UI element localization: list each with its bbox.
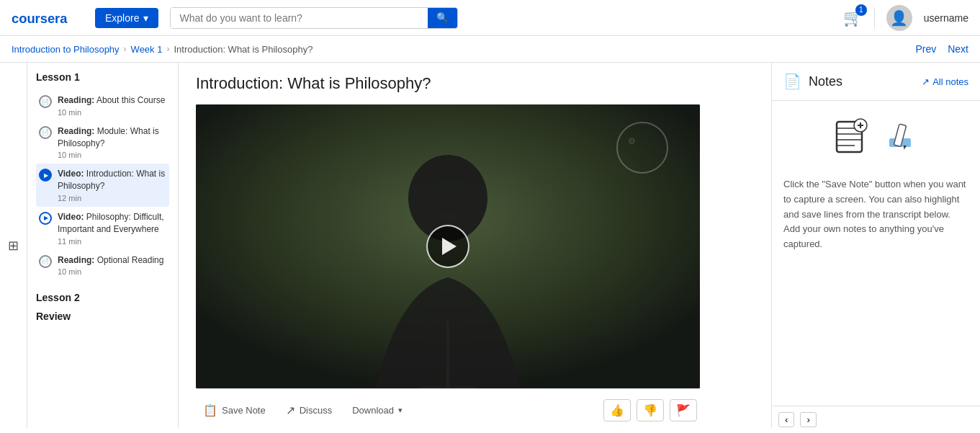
sidebar: Lesson 1 📄 Reading: About this Course 10…: [27, 63, 179, 428]
scroll-right-button[interactable]: ›: [800, 412, 816, 427]
svg-text:⚙: ⚙: [628, 136, 636, 146]
explore-button[interactable]: Explore ▾: [95, 8, 158, 28]
notes-body: Click the "Save Note" button when you wa…: [772, 101, 980, 269]
search-input[interactable]: [171, 8, 428, 28]
search-icon: 🔍: [436, 12, 449, 23]
item-duration-1: 10 min: [58, 108, 165, 117]
video-title: Introduction: What is Philosophy?: [196, 74, 754, 93]
discuss-icon: ↗: [286, 403, 295, 417]
notes-header: 📄 Notes ↗ All notes: [772, 63, 980, 101]
item-duration-4: 11 min: [58, 237, 166, 246]
next-button[interactable]: Next: [948, 43, 968, 55]
sidebar-content: Lesson 1 📄 Reading: About this Course 10…: [27, 63, 178, 338]
chevron-down-icon: ▾: [398, 406, 403, 415]
external-link-icon: ↗: [922, 76, 930, 87]
thumbs-up-icon: 👍: [610, 404, 624, 416]
video-icon-2: ▶: [39, 212, 52, 225]
sidebar-item-text-2: Reading: Module: What is Philosophy? 10 …: [58, 125, 166, 160]
download-button[interactable]: Download ▾: [348, 402, 407, 419]
notes-description: Click the "Save Note" button when you wa…: [783, 177, 968, 252]
avatar-icon: 👤: [890, 9, 908, 27]
coursera-logo-svg: coursera: [12, 8, 84, 28]
edit-icon-block: [884, 118, 920, 160]
sidebar-item-text-5: Reading: Optional Reading 10 min: [58, 254, 163, 277]
item-duration-3: 12 min: [58, 194, 166, 202]
review-label: Review: [36, 311, 169, 322]
discuss-label: Discuss: [300, 405, 333, 416]
save-note-icon: 📋: [203, 403, 217, 417]
discuss-button[interactable]: ↗ Discuss: [282, 401, 337, 420]
header-separator: [874, 7, 875, 29]
content-area: Introduction: What is Philosophy?: [179, 63, 771, 428]
svg-text:coursera: coursera: [12, 10, 68, 25]
all-notes-label: All notes: [932, 76, 968, 87]
breadcrumb-sep-1: ›: [124, 44, 127, 54]
sidebar-item-video-philosophy[interactable]: ▶ Video: Philosophy: Difficult, Importan…: [36, 207, 169, 250]
notes-icons: [783, 118, 968, 160]
chevron-down-icon: ▾: [143, 12, 148, 24]
notebook-plus-icon: [833, 118, 869, 158]
sidebar-item-text-1: Reading: About this Course 10 min: [58, 94, 165, 117]
sidebar-item-reading-about[interactable]: 📄 Reading: About this Course 10 min: [36, 90, 169, 121]
scroll-left-button[interactable]: ‹: [778, 412, 794, 427]
sidebar-item-text-3: Video: Introduction: What is Philosophy?…: [58, 168, 166, 202]
explore-label: Explore: [105, 12, 139, 24]
sidebar-item-text-4: Video: Philosophy: Difficult, Important …: [58, 211, 166, 246]
sidebar-toggle[interactable]: ⊞: [0, 63, 27, 428]
main-layout: ⊞ Lesson 1 📄 Reading: About this Course …: [0, 63, 980, 428]
thumbs-down-icon: 👎: [643, 404, 657, 416]
lesson1-header: Lesson 1: [36, 71, 169, 83]
sidebar-item-reading-optional[interactable]: 📄 Reading: Optional Reading 10 min: [36, 250, 169, 281]
flag-button[interactable]: 🚩: [670, 399, 697, 421]
all-notes-link[interactable]: ↗ All notes: [922, 76, 968, 87]
avatar[interactable]: 👤: [886, 5, 912, 31]
header: coursera Explore ▾ 🔍 🛒 1 👤 username: [0, 0, 980, 36]
download-label: Download: [352, 405, 394, 416]
flag-icon: 🚩: [676, 404, 691, 416]
sidebar-toggle-icon: ⊞: [8, 238, 19, 254]
save-note-label: Save Note: [222, 405, 266, 416]
thumbs-up-button[interactable]: 👍: [603, 399, 631, 421]
breadcrumb-current: Introduction: What is Philosophy?: [174, 44, 313, 55]
pencil-highlight-icon: [884, 118, 920, 158]
thumbs-down-button[interactable]: 👎: [637, 399, 664, 421]
header-right: 🛒 1 👤 username: [843, 5, 968, 31]
breadcrumb-sep-2: ›: [166, 44, 169, 54]
cart-button[interactable]: 🛒 1: [843, 9, 863, 27]
play-icon: [442, 238, 457, 255]
logo: coursera: [12, 8, 84, 28]
video-icon-active: ▶: [39, 169, 52, 182]
video-section: Introduction: What is Philosophy?: [179, 63, 771, 428]
cart-badge: 1: [855, 4, 867, 16]
breadcrumb: Introduction to Philosophy › Week 1 › In…: [0, 36, 980, 63]
reading-icon-3: 📄: [39, 255, 52, 268]
save-note-button[interactable]: 📋 Save Note: [199, 401, 270, 420]
reading-icon-1: 📄: [39, 95, 52, 108]
breadcrumb-navigation: Prev Next: [915, 43, 968, 55]
notes-scroll-controls: ‹ ›: [773, 406, 980, 428]
notes-title-group: 📄 Notes: [783, 73, 842, 90]
username-label: username: [924, 12, 968, 24]
notes-doc-icon: 📄: [783, 73, 801, 90]
breadcrumb-course-link[interactable]: Introduction to Philosophy: [12, 44, 120, 55]
breadcrumb-week-link[interactable]: Week 1: [131, 44, 163, 55]
reaction-buttons: 👍 👎 🚩: [603, 399, 697, 421]
search-button[interactable]: 🔍: [428, 8, 457, 28]
sidebar-item-reading-module[interactable]: 📄 Reading: Module: What is Philosophy? 1…: [36, 121, 169, 164]
notes-panel: 📄 Notes ↗ All notes: [771, 63, 980, 428]
prev-button[interactable]: Prev: [915, 43, 936, 55]
search-bar: 🔍: [170, 7, 458, 29]
save-note-icon-block: [833, 118, 869, 160]
sidebar-item-video-intro[interactable]: ▶ Video: Introduction: What is Philosoph…: [36, 164, 169, 207]
play-button[interactable]: [426, 225, 469, 268]
item-duration-5: 10 min: [58, 267, 163, 276]
lesson2-header: Lesson 2: [36, 292, 169, 303]
video-controls: 📋 Save Note ↗ Discuss Download ▾ 👍: [196, 388, 700, 428]
item-duration-2: 10 min: [58, 151, 166, 159]
reading-icon-2: 📄: [39, 126, 52, 139]
video-container[interactable]: ⚙: [196, 104, 700, 388]
notes-title: Notes: [809, 74, 842, 89]
